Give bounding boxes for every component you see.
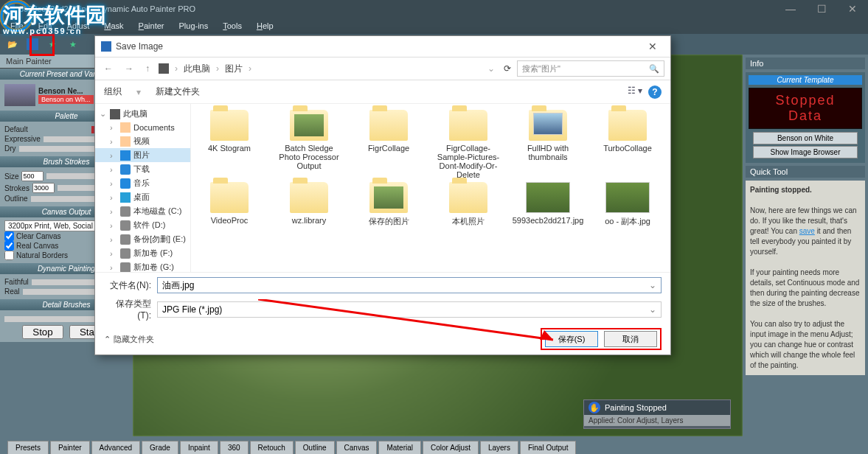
maximize-button[interactable]: ☐ (806, 0, 837, 18)
dialog-close-button[interactable]: ✕ (641, 41, 664, 52)
real-canvas-check[interactable] (4, 241, 14, 251)
stop-button[interactable]: Stop (22, 325, 63, 339)
status-popup: ✋Painting Stopped Applied: Color Adjust,… (583, 399, 731, 429)
bottom-tabs: Presets Painter Advanced Grade Inpaint 3… (0, 436, 868, 454)
dialog-title: Save Image (116, 41, 163, 52)
file-item[interactable]: oo - 副本.jpg (595, 182, 660, 227)
preset-name: Benson Ne... (38, 87, 94, 95)
tree-item[interactable]: ›新加卷 (F:) (95, 246, 190, 260)
clear-canvas-check[interactable] (4, 231, 14, 241)
file-item[interactable]: VideoProc (197, 182, 262, 227)
file-item[interactable]: wz.library (277, 182, 341, 227)
file-item[interactable]: FigrCollage (356, 110, 421, 179)
tree-item[interactable]: ⌄此电脑 (95, 107, 190, 121)
file-item[interactable]: 本机照片 (436, 182, 501, 227)
file-item[interactable]: FullHD with thumbnails (515, 110, 580, 179)
new-folder-button[interactable]: 新建文件夹 (156, 85, 200, 98)
palette-default-label[interactable]: Default (4, 125, 28, 133)
show-browser-button[interactable]: Show Image Browser (753, 146, 858, 158)
tab-360[interactable]: 360 (220, 441, 249, 454)
tab-advanced[interactable]: Advanced (91, 441, 140, 454)
cancel-button[interactable]: 取消 (604, 331, 657, 347)
hide-folders-toggle[interactable]: ⌃隐藏文件夹 (104, 334, 154, 345)
refresh-icon[interactable]: ⟳ (504, 63, 511, 74)
tab-finaloutput[interactable]: Final Output (520, 441, 576, 454)
tab-canvas[interactable]: Canvas (336, 441, 378, 454)
tree-item[interactable]: ›桌面 (95, 190, 190, 204)
pc-icon (159, 63, 169, 74)
nav-up-icon[interactable]: ↑ (142, 63, 153, 74)
menu-bar: File Edit Adjust Mask Painter Plug-ins T… (0, 18, 868, 34)
brush-strokes-input[interactable] (32, 183, 55, 193)
palette-dry-label: Dry (4, 144, 16, 153)
view-mode-icon[interactable]: ☷ ▾ (628, 85, 642, 99)
tree-item[interactable]: ›Documents (95, 121, 190, 134)
help-icon[interactable]: ? (648, 85, 662, 99)
file-item[interactable]: 保存的图片 (356, 182, 421, 227)
info-title: Info (746, 57, 865, 69)
watermark-logo: 河东软件园 www.pc0359.cn (3, 1, 106, 35)
save-link[interactable]: save (799, 227, 815, 235)
quick-tool-title: Quick Tool (746, 166, 865, 178)
tab-coloradjust[interactable]: Color Adjust (423, 441, 479, 454)
tree-item[interactable]: ›新加卷 (G:) (95, 260, 190, 272)
save-highlight-marker (29, 34, 55, 56)
benson-button[interactable]: Benson on White (753, 132, 858, 144)
search-icon: 🔍 (649, 64, 659, 74)
current-template-label: Current Template (749, 75, 862, 85)
tab-retouch[interactable]: Retouch (250, 441, 294, 454)
brush-size-input[interactable] (21, 171, 44, 181)
tree-item[interactable]: ›音乐 (95, 176, 190, 190)
folder-tree: ⌄此电脑›Documents›视频›图片›下载›音乐›桌面›本地磁盘 (C:)›… (95, 104, 191, 272)
menu-help[interactable]: Help (251, 20, 280, 32)
filename-label: 文件名(N): (104, 279, 151, 292)
menu-painter[interactable]: Painter (133, 20, 170, 32)
tree-item[interactable]: ›备份[勿删] (E:) (95, 232, 190, 246)
breadcrumb-pc[interactable]: 此电脑 (184, 63, 210, 75)
quick-tool-panel: Painting stopped. Now, here are few thin… (746, 181, 865, 375)
tab-inpaint[interactable]: Inpaint (180, 441, 218, 454)
tree-item[interactable]: ›下载 (95, 162, 190, 176)
filename-input[interactable]: 油画.jpg⌄ (157, 277, 662, 293)
tab-outline[interactable]: Outline (295, 441, 335, 454)
menu-tools[interactable]: Tools (217, 20, 248, 32)
right-panel: Info Current Template Stopped Data Benso… (743, 55, 868, 436)
menu-plugins[interactable]: Plug-ins (173, 20, 214, 32)
natural-borders-check[interactable] (4, 251, 14, 260)
real-slider[interactable] (23, 289, 102, 295)
file-item[interactable]: 5993ecb2dd217.jpg (515, 182, 580, 227)
file-item[interactable]: Batch Sledge Photo Processor Output (277, 110, 341, 179)
star2-icon[interactable]: ★ (66, 38, 80, 51)
file-item[interactable]: FigrCollage-Sample-Pictures-Dont-Modify-… (436, 110, 501, 179)
file-item[interactable]: TurboCollage (595, 110, 660, 179)
close-button[interactable]: ✕ (837, 0, 868, 18)
save-dialog: Save Image ✕ ← → ↑ › 此电脑 › 图片 › ⌄ ⟳ 搜索"图… (94, 35, 671, 355)
file-item[interactable]: 4K Stogram (197, 110, 262, 179)
tree-item[interactable]: ›软件 (D:) (95, 218, 190, 232)
organize-button[interactable]: 组织 (104, 85, 122, 98)
tab-layers[interactable]: Layers (480, 441, 518, 454)
filetype-label: 保存类型(T): (104, 298, 151, 321)
title-bar: 5993ecb2dd217.jpg - Dynamic Auto Painter… (0, 0, 868, 18)
preset-variation[interactable]: Benson on Wh... (38, 95, 94, 104)
tab-material[interactable]: Material (378, 441, 421, 454)
palette-expressive-label: Expressive (4, 135, 41, 143)
preset-thumbnail (4, 84, 35, 106)
search-input[interactable]: 搜索"图片"🔍 (517, 60, 664, 77)
nav-dropdown-icon[interactable]: ⌄ (487, 63, 495, 74)
nav-back-icon[interactable]: ← (101, 63, 116, 74)
breadcrumb-pictures[interactable]: 图片 (225, 63, 243, 75)
filetype-select[interactable]: JPG File (*.jpg)⌄ (157, 301, 662, 318)
open-icon[interactable]: 📂 (6, 38, 19, 51)
nav-forward-icon[interactable]: → (122, 63, 136, 74)
file-list: 4K StogramBatch Sledge Photo Processor O… (191, 104, 670, 272)
tree-item[interactable]: ›视频 (95, 134, 190, 148)
save-button[interactable]: 保存(S) (545, 331, 598, 347)
tab-presets[interactable]: Presets (7, 441, 49, 454)
tab-painter[interactable]: Painter (50, 441, 90, 454)
tree-item[interactable]: ›本地磁盘 (C:) (95, 204, 190, 218)
tree-item[interactable]: ›图片 (95, 148, 190, 162)
minimize-button[interactable]: — (775, 0, 806, 18)
dialog-nav: ← → ↑ › 此电脑 › 图片 › ⌄ ⟳ 搜索"图片"🔍 (95, 57, 670, 80)
tab-grade[interactable]: Grade (142, 441, 178, 454)
